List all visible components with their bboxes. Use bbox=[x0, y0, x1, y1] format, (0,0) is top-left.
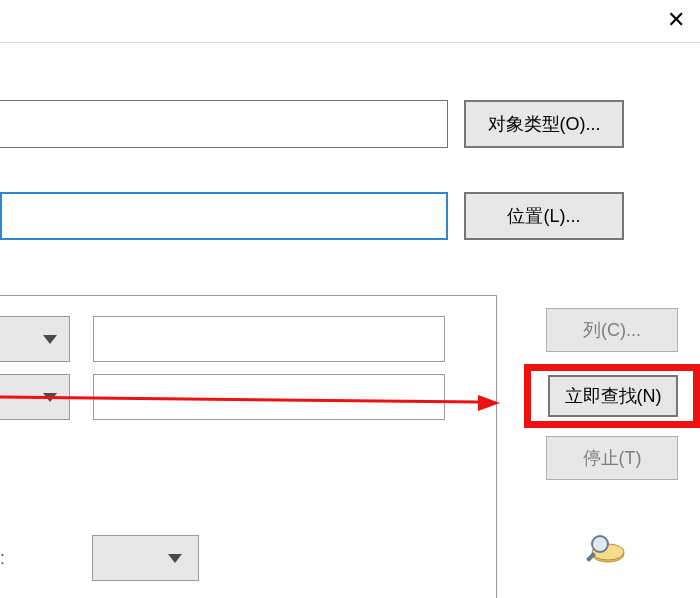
location-input[interactable] bbox=[0, 192, 448, 240]
filter-textfield-2[interactable] bbox=[93, 374, 445, 420]
filter-dropdown-2[interactable] bbox=[0, 374, 70, 420]
stop-button-label: 停止(T) bbox=[583, 446, 642, 470]
close-icon: ✕ bbox=[667, 7, 685, 33]
chevron-down-icon bbox=[168, 554, 182, 563]
close-button[interactable]: ✕ bbox=[660, 4, 692, 36]
filter-dropdown-1[interactable] bbox=[0, 316, 70, 362]
locations-button[interactable]: 位置(L)... bbox=[464, 192, 624, 240]
dialog-window: ✕ 对象类型(O)... 位置(L)... 列(C)... 立即查找(N) 停止… bbox=[0, 0, 700, 598]
locations-button-label: 位置(L)... bbox=[507, 204, 580, 228]
object-types-button-label: 对象类型(O)... bbox=[488, 112, 601, 136]
find-now-button-label: 立即查找(N) bbox=[565, 384, 662, 408]
colon-label: : bbox=[0, 548, 5, 569]
object-types-button[interactable]: 对象类型(O)... bbox=[464, 100, 624, 148]
object-types-input[interactable] bbox=[0, 100, 448, 148]
chevron-down-icon bbox=[43, 335, 57, 344]
columns-button[interactable]: 列(C)... bbox=[546, 308, 678, 352]
columns-button-label: 列(C)... bbox=[583, 318, 641, 342]
bottom-dropdown[interactable] bbox=[92, 535, 199, 581]
filter-textfield-1[interactable] bbox=[93, 316, 445, 362]
divider bbox=[0, 42, 700, 43]
stop-button: 停止(T) bbox=[546, 436, 678, 480]
svg-point-4 bbox=[592, 536, 608, 552]
search-illustration-icon bbox=[586, 532, 626, 564]
find-now-button[interactable]: 立即查找(N) bbox=[548, 375, 678, 417]
chevron-down-icon bbox=[43, 393, 57, 402]
